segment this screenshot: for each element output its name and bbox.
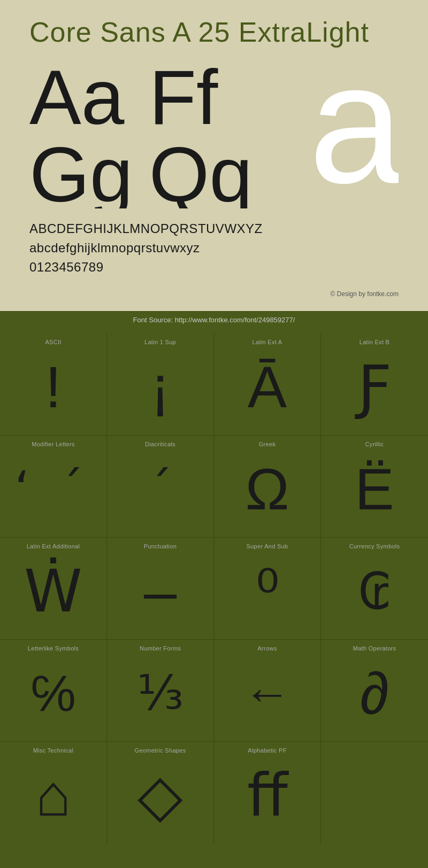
glyph-label-letterlike: Letterlike Symbols [28, 645, 79, 652]
glyph-char-latin-ext-add: Ẇ [24, 554, 82, 629]
glyph-char-greek: Ω [245, 452, 289, 526]
glyph-cell-math-operators: Math Operators ∂ [321, 640, 428, 742]
digits: 0123456789 [29, 258, 399, 277]
glyph-cell-alphabetic-pf: Alphabetic PF ﬀ [214, 742, 321, 843]
glyph-char-latin1sup: ¡ [150, 350, 170, 424]
glyph-grid: ASCII ! Latin 1 Sup ¡ Latin Ext A Ā Lati… [0, 334, 428, 843]
glyph-char-alphabetic-pf: ﬀ [247, 758, 288, 833]
glyph-char-letterlike: ℅ [30, 656, 75, 731]
lowercase-alphabet: abcdefghijklmnopqrstuvwxyz [29, 238, 399, 258]
glyph-cell-latin1sup: Latin 1 Sup ¡ [107, 334, 214, 436]
specimen-letter-aa: Aa [29, 59, 133, 136]
glyph-char-number-forms: ⅓ [137, 656, 184, 731]
glyph-label-modifier: Modifier Letters [32, 441, 75, 447]
glyph-char-punctuation: – [144, 554, 177, 629]
glyph-cell-super-sub: Super And Sub ⁰ [214, 538, 321, 640]
glyph-cell-letterlike: Letterlike Symbols ℅ [0, 640, 107, 742]
glyph-cell-number-forms: Number Forms ⅓ [107, 640, 214, 742]
specimen-large-a: a [309, 59, 399, 208]
glyph-cell-currency: Currency Symbols ₢ [321, 538, 428, 640]
glyph-label-currency: Currency Symbols [349, 543, 400, 549]
glyph-label-latin-ext-a: Latin Ext A [253, 339, 282, 345]
specimen-col-1: Aa Gg [29, 59, 149, 208]
font-source: Font Source: http://www.fontke.com/font/… [0, 311, 428, 328]
glyph-label-math-operators: Math Operators [353, 645, 396, 652]
glyph-cell-arrows: Arrows ← [214, 640, 321, 742]
glyph-char-currency: ₢ [358, 554, 391, 629]
glyph-label-ascii: ASCII [45, 339, 61, 345]
glyph-cell-empty [321, 742, 428, 843]
glyph-label-misc-technical: Misc Technical [33, 747, 74, 754]
glyph-cell-latin-ext-add: Latin Ext Additional Ẇ [0, 538, 107, 640]
glyph-char-latin-ext-b: Ƒ [358, 350, 392, 424]
glyph-label-latin-ext-add: Latin Ext Additional [27, 543, 80, 549]
glyph-cell-modifier: Modifier Letters ʻ ˊ [0, 436, 107, 538]
glyph-label-greek: Greek [259, 441, 276, 447]
glyph-cell-greek: Greek Ω [214, 436, 321, 538]
glyph-char-latin-ext-a: Ā [248, 350, 287, 424]
font-title: Core Sans A 25 ExtraLight [29, 16, 399, 48]
glyph-cell-latin-ext-b: Latin Ext B Ƒ [321, 334, 428, 436]
glyph-char-cyrillic: Ё [355, 452, 394, 526]
glyph-char-super-sub: ⁰ [256, 554, 279, 629]
glyph-label-arrows: Arrows [257, 645, 277, 652]
glyph-label-number-forms: Number Forms [140, 645, 181, 652]
glyph-char-ascii: ! [45, 350, 62, 424]
specimen-letter-gg: Gg [29, 136, 133, 208]
glyph-label-latin-ext-b: Latin Ext B [360, 339, 390, 345]
glyph-label-cyrillic: Cyrillic [365, 441, 384, 447]
specimen-letter-ff: Ff [149, 59, 252, 136]
glyph-label-punctuation: Punctuation [144, 543, 177, 549]
glyph-char-arrows: ← [243, 656, 292, 731]
glyph-cell-diacriticals: Diacriticals ˊ [107, 436, 214, 538]
specimen-letters: Aa Gg Ff Qq a [29, 59, 399, 208]
glyph-cell-latin-ext-a: Latin Ext A Ā [214, 334, 321, 436]
glyph-cell-geometric: Geometric Shapes ◇ [107, 742, 214, 843]
glyph-char-diacriticals: ˊ [148, 452, 172, 526]
uppercase-alphabet: ABCDEFGHIJKLMNOPQRSTUVWXYZ [29, 219, 399, 238]
glyph-cell-misc-technical: Misc Technical ⌂ [0, 742, 107, 843]
top-section: Core Sans A 25 ExtraLight Aa Gg Ff Qq a … [0, 0, 428, 311]
glyph-label-geometric: Geometric Shapes [135, 747, 186, 754]
specimen-col-2: Ff Qq [149, 59, 268, 208]
glyph-char-geometric: ◇ [137, 758, 183, 833]
glyph-cell-ascii: ASCII ! [0, 334, 107, 436]
glyph-char-misc-technical: ⌂ [35, 758, 71, 833]
glyph-label-super-sub: Super And Sub [247, 543, 288, 549]
glyph-label-alphabetic-pf: Alphabetic PF [248, 747, 286, 754]
glyph-char-math-operators: ∂ [360, 656, 389, 731]
specimen-letter-qq: Qq [149, 136, 252, 208]
glyph-char-modifier: ʻ ˊ [14, 452, 91, 526]
alphabet-section: ABCDEFGHIJKLMNOPQRSTUVWXYZ abcdefghijklm… [29, 219, 399, 285]
glyph-section: ASCII ! Latin 1 Sup ¡ Latin Ext A Ā Lati… [0, 328, 428, 849]
glyph-cell-cyrillic: Cyrillic Ё [321, 436, 428, 538]
copyright: © Design by fontke.com [29, 290, 399, 300]
glyph-cell-punctuation: Punctuation – [107, 538, 214, 640]
glyph-label-diacriticals: Diacriticals [145, 441, 175, 447]
glyph-label-latin1sup: Latin 1 Sup [144, 339, 176, 345]
